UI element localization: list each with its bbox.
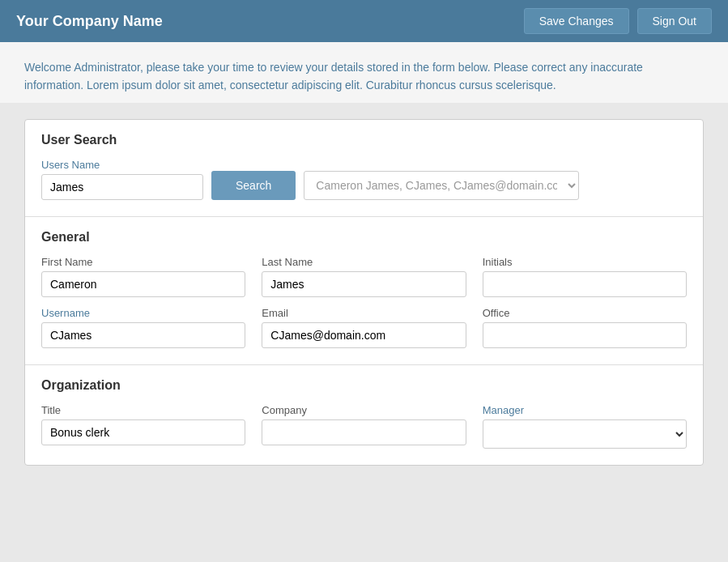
general-form-grid: First Name Last Name Initials Username E… — [41, 256, 687, 348]
search-row: Users Name Search Cameron James, CJames,… — [41, 159, 687, 200]
last-name-group: Last Name — [262, 256, 466, 297]
username-search-input[interactable] — [41, 174, 203, 200]
content-area: User Search Users Name Search Cameron Ja… — [0, 103, 728, 482]
first-name-label: First Name — [41, 256, 245, 268]
company-input[interactable] — [262, 419, 466, 445]
welcome-text: Welcome Administrator, please take your … — [24, 58, 704, 95]
title-group: Title — [41, 404, 245, 449]
user-search-dropdown[interactable]: Cameron James, CJames, CJames@domain.com — [304, 171, 579, 200]
organization-form-grid: Title Company Manager — [41, 404, 687, 449]
title-input[interactable] — [41, 419, 245, 445]
username-field-label: Username — [41, 307, 245, 319]
search-button[interactable]: Search — [211, 171, 296, 200]
initials-group: Initials — [483, 256, 687, 297]
email-label: Email — [262, 307, 466, 319]
last-name-label: Last Name — [262, 256, 466, 268]
office-label: Office — [483, 307, 687, 319]
user-search-section: User Search Users Name Search Cameron Ja… — [25, 120, 703, 217]
manager-group: Manager — [483, 404, 687, 449]
username-group: Username — [41, 307, 245, 348]
initials-label: Initials — [483, 256, 687, 268]
sign-out-button[interactable]: Sign Out — [637, 8, 712, 34]
main-panel: User Search Users Name Search Cameron Ja… — [24, 119, 704, 466]
title-label: Title — [41, 404, 245, 416]
company-group: Company — [262, 404, 466, 449]
office-group: Office — [483, 307, 687, 348]
office-input[interactable] — [483, 322, 687, 348]
user-search-title: User Search — [41, 133, 687, 147]
email-input[interactable] — [262, 322, 466, 348]
header-buttons: Save Changes Sign Out — [524, 8, 712, 34]
company-label: Company — [262, 404, 466, 416]
first-name-group: First Name — [41, 256, 245, 297]
username-input-group: Users Name — [41, 159, 203, 200]
username-input[interactable] — [41, 322, 245, 348]
organization-title: Organization — [41, 378, 687, 393]
last-name-input[interactable] — [262, 271, 466, 297]
save-changes-button[interactable]: Save Changes — [524, 8, 629, 34]
initials-input[interactable] — [483, 271, 687, 297]
username-label: Users Name — [41, 159, 203, 171]
header: Your Company Name Save Changes Sign Out — [0, 0, 728, 42]
email-group: Email — [262, 307, 466, 348]
welcome-area: Welcome Administrator, please take your … — [0, 42, 728, 103]
manager-label: Manager — [483, 404, 687, 416]
general-section: General First Name Last Name Initials Us… — [25, 217, 703, 365]
first-name-input[interactable] — [41, 271, 245, 297]
manager-dropdown[interactable] — [483, 419, 687, 449]
general-title: General — [41, 230, 687, 245]
company-title: Your Company Name — [16, 13, 163, 30]
organization-section: Organization Title Company Manager — [25, 365, 703, 465]
